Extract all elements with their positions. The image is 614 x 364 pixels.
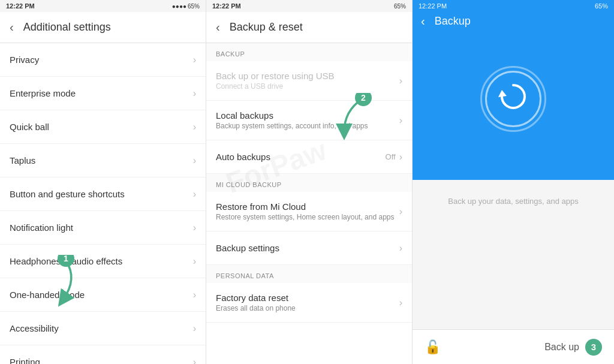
chevron-icon: ›	[193, 88, 196, 99]
back-button-1[interactable]: ‹	[10, 20, 14, 34]
battery-icon-2: 65%	[394, 3, 406, 10]
settings-item-button-shortcuts[interactable]: Button and gesture shortcuts ›	[0, 178, 206, 211]
item-auto-backups[interactable]: Auto backups Off ›	[206, 140, 412, 174]
settings-item-privacy[interactable]: Privacy ›	[0, 43, 206, 77]
svg-marker-4	[498, 90, 507, 97]
settings-item-printing[interactable]: Printing ›	[0, 345, 206, 364]
settings-list-2: BACKUP Back up or restore using USB Conn…	[206, 43, 412, 364]
chevron-icon: ›	[399, 243, 402, 254]
panel-backup: 12:22 PM 65% ‹ Backup Back up your data,…	[413, 0, 614, 364]
panel-additional-settings: 12:22 PM ●●●● 65% ‹ Additional settings …	[0, 0, 206, 364]
signal-icon-1: ●●●●	[172, 3, 186, 10]
lock-icon: 🔓	[425, 339, 441, 355]
settings-item-accessibility[interactable]: Accessibility ›	[0, 312, 206, 345]
back-button-3[interactable]: ‹	[421, 14, 425, 28]
status-icons-1: ●●●● 65%	[172, 3, 200, 10]
item-local-backups[interactable]: Local backups Backup system settings, ac…	[206, 101, 412, 140]
chevron-icon: ›	[193, 189, 196, 200]
back-button-2[interactable]: ‹	[216, 20, 220, 34]
backup-header-area: 12:22 PM 65% ‹ Backup	[413, 0, 614, 180]
section-personal: PERSONAL DATA	[206, 265, 412, 283]
svg-text:2: 2	[361, 93, 366, 103]
backup-footer: 🔓 Back up 3	[413, 329, 614, 364]
backup-subtitle: Back up your data, settings, and apps	[422, 197, 604, 206]
backup-button[interactable]: Back up	[544, 342, 579, 353]
status-icons-2: 65%	[394, 3, 406, 10]
chevron-icon: ›	[193, 155, 196, 166]
battery-icon-1: 65%	[188, 3, 200, 10]
chevron-icon: ›	[193, 55, 196, 65]
settings-list-1: Privacy › Enterprise mode › Quick ball ›…	[0, 43, 206, 364]
status-bar-2: 12:22 PM 65%	[206, 0, 412, 12]
panel-backup-reset: 12:22 PM 65% ‹ Backup & reset BACKUP Bac…	[206, 0, 413, 364]
backup-header-bar: ‹ Backup	[413, 11, 614, 32]
chevron-icon: ›	[399, 76, 402, 86]
settings-item-notification-light[interactable]: Notification light ›	[0, 211, 206, 245]
chevron-icon: ›	[399, 152, 402, 163]
chevron-icon: ›	[193, 290, 196, 300]
battery-3: 65%	[595, 2, 608, 10]
chevron-icon: ›	[193, 323, 196, 334]
annotation-arrow-2: 2	[326, 93, 374, 143]
backup-btn-area: Back up 3	[544, 339, 602, 356]
header-1: ‹ Additional settings	[0, 12, 206, 43]
page-title-1: Additional settings	[23, 21, 111, 34]
status-bar-3: 12:22 PM 65%	[413, 0, 614, 12]
settings-item-quickball[interactable]: Quick ball ›	[0, 110, 206, 144]
backup-body: Back up your data, settings, and apps	[413, 180, 614, 329]
page-title-3: Backup	[435, 15, 471, 28]
section-micloud: MI CLOUD BACKUP	[206, 174, 412, 192]
settings-item-one-handed[interactable]: One-handed mode ›	[0, 278, 206, 312]
backup-refresh-icon	[497, 80, 529, 118]
chevron-icon: ›	[193, 357, 196, 365]
badge-3: 3	[585, 339, 602, 356]
time-1: 12:22 PM	[6, 2, 35, 10]
item-usb-backup[interactable]: Back up or restore using USB Connect a U…	[206, 61, 412, 101]
item-restore-micloud[interactable]: Restore from Mi Cloud Restore system set…	[206, 192, 412, 231]
header-2: ‹ Backup & reset	[206, 12, 412, 43]
chevron-icon: ›	[399, 206, 402, 217]
settings-item-enterprise[interactable]: Enterprise mode ›	[0, 77, 206, 110]
time-3: 12:22 PM	[419, 2, 447, 10]
chevron-icon: ›	[399, 115, 402, 126]
time-2: 12:22 PM	[212, 2, 241, 10]
svg-text:1: 1	[64, 255, 68, 263]
chevron-icon: ›	[193, 122, 196, 133]
backup-icon-circle	[480, 66, 546, 132]
item-backup-settings[interactable]: Backup settings ›	[206, 231, 412, 265]
chevron-icon: ›	[193, 256, 196, 267]
section-backup: BACKUP	[206, 43, 412, 61]
settings-item-taplus[interactable]: Taplus ›	[0, 144, 206, 178]
item-factory-reset[interactable]: Factory data reset Erases all data on ph…	[206, 283, 412, 323]
status-bar-1: 12:22 PM ●●●● 65%	[0, 0, 206, 12]
settings-item-headphones[interactable]: Headphones & audio effects ›	[0, 245, 206, 278]
page-title-2: Backup & reset	[230, 21, 303, 34]
chevron-icon: ›	[399, 297, 402, 308]
annotation-arrow-1: 1	[36, 255, 90, 311]
auto-backup-right: Off ›	[386, 152, 402, 163]
chevron-icon: ›	[193, 222, 196, 233]
